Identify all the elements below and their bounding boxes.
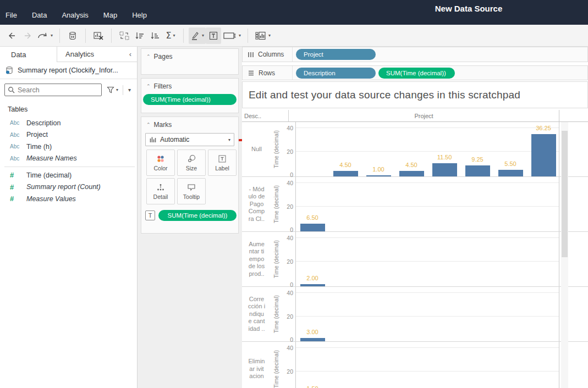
filter-icon[interactable]: [107, 86, 114, 93]
field-label: Project: [26, 131, 48, 138]
search-input[interactable]: [18, 86, 88, 94]
chart-row: Aumentar tiempode losprod..Time (decimal…: [242, 232, 588, 287]
tab-data[interactable]: Data: [0, 47, 57, 62]
menu-item-help[interactable]: Help: [132, 11, 147, 19]
forward-arrow-icon: [23, 31, 32, 41]
datasource-row[interactable]: Summary report (Clockify_Infor...: [0, 62, 137, 79]
row-label-line: acion: [249, 373, 263, 380]
columns-shelf[interactable]: Columns Project: [242, 47, 588, 62]
bar[interactable]: [366, 175, 391, 176]
fit-button[interactable]: ▾: [221, 27, 243, 44]
redo-button[interactable]: ▾: [35, 27, 54, 44]
highlight-button[interactable]: ▾: [189, 27, 206, 44]
menu-items: FileDataAnalysisMapHelp: [6, 11, 147, 19]
show-me-button[interactable]: ▾: [253, 27, 272, 44]
tab-analytics[interactable]: Analytics: [57, 47, 124, 62]
detail-button[interactable]: Detail: [146, 178, 175, 204]
field-row[interactable]: AbcMeasure Names: [0, 153, 137, 165]
bar[interactable]: [498, 170, 523, 176]
toolbar-separator: [248, 29, 248, 43]
chart-row: - Módulo dePagoCompra Cl..Time (decimal)…: [242, 177, 588, 232]
swap-axes-button[interactable]: [117, 27, 132, 44]
bar[interactable]: [531, 134, 556, 176]
filter-pill[interactable]: SUM(Time (decimal)): [143, 94, 237, 105]
bar-chart-icon: [149, 136, 157, 143]
sort-descending-button[interactable]: [147, 27, 163, 44]
mark-type-dropdown[interactable]: Automatic ▾: [145, 133, 234, 146]
forward-button[interactable]: [20, 27, 35, 44]
bar[interactable]: [432, 163, 457, 176]
dropdown-caret-icon: ▾: [239, 33, 241, 38]
marks-title-label: Marks: [154, 121, 172, 129]
shelf-pill[interactable]: SUM(Time (decimal)): [378, 68, 455, 79]
field-row[interactable]: #Time (decimal): [0, 169, 137, 181]
row-label-line: ntar ti: [249, 248, 265, 256]
sheet-title[interactable]: Edit and test your data source changes i…: [242, 81, 588, 108]
totals-button[interactable]: Σ ▾: [163, 27, 178, 44]
tooltip-button[interactable]: Tooltip: [177, 178, 206, 204]
columns-icon: [248, 51, 254, 58]
panel-menu-caret-icon[interactable]: ▾: [128, 87, 131, 93]
bar[interactable]: [333, 171, 358, 176]
field-row[interactable]: AbcProject: [0, 129, 137, 141]
axis-ticks: 02040: [281, 287, 295, 341]
mark-type-value: Automatic: [160, 136, 189, 143]
chart-pane: 4.501.004.5011.509.255.5036.25: [295, 122, 559, 176]
menu-item-file[interactable]: File: [6, 11, 17, 19]
gridline: [296, 182, 559, 183]
size-icon: [187, 154, 196, 163]
sort-ascending-icon: [134, 31, 145, 41]
vertical-scrollbar[interactable]: [561, 122, 568, 388]
field-row[interactable]: AbcTime (h): [0, 141, 137, 153]
text-label-button[interactable]: [206, 27, 221, 44]
axis-ticks: 02040: [281, 232, 295, 286]
collapse-chevron-icon[interactable]: ⌃: [146, 84, 151, 89]
filters-title-label: Filters: [154, 82, 172, 90]
shelf-pill[interactable]: Project: [296, 49, 376, 60]
sort-ascending-button[interactable]: [132, 27, 147, 44]
separator: [123, 85, 123, 95]
bar[interactable]: [300, 224, 325, 231]
dropdown-caret-icon: ▾: [268, 33, 271, 38]
collapse-chevron-icon[interactable]: ⌃: [146, 54, 151, 59]
datasource-button[interactable]: [65, 27, 80, 44]
field-row[interactable]: #Summary report (Count): [0, 181, 137, 193]
abc-icon: Abc: [10, 156, 26, 162]
tooltip-button-label: Tooltip: [183, 193, 200, 200]
menu-item-data[interactable]: Data: [32, 11, 47, 19]
abc-icon: Abc: [10, 120, 26, 126]
column-field-header: Project: [289, 110, 559, 121]
axis-title: Time (decimal): [271, 287, 281, 341]
rows-shelf[interactable]: Rows DescriptionSUM(Time (decimal)): [242, 65, 588, 80]
scrollbar-thumb[interactable]: [562, 131, 568, 257]
menu-item-analysis[interactable]: Analysis: [62, 11, 88, 19]
hash-icon: #: [10, 171, 26, 179]
back-button[interactable]: [4, 27, 20, 44]
marks-label-pill[interactable]: SUM(Time (decimal)): [158, 210, 237, 221]
clear-sheet-button[interactable]: [91, 27, 106, 44]
collapse-panel-icon[interactable]: ‹: [124, 47, 137, 62]
menu-item-map[interactable]: Map: [103, 11, 117, 19]
bar[interactable]: [300, 284, 325, 286]
bar-value-label: 1.50: [296, 385, 329, 388]
axis-tick-label: 40: [287, 180, 293, 186]
field-row[interactable]: AbcDescription: [0, 117, 137, 129]
row-label-line: e cant: [249, 318, 265, 325]
field-row[interactable]: #Measure Values: [0, 193, 137, 205]
size-button[interactable]: Size: [177, 149, 206, 176]
tableau-window: FileDataAnalysisMapHelp New Data Source …: [0, 0, 588, 388]
bar[interactable]: [465, 165, 490, 176]
collapse-chevron-icon[interactable]: ⌃: [146, 122, 151, 128]
axis-tick-label: 20: [287, 258, 293, 265]
shelf-pill[interactable]: Description: [296, 68, 376, 79]
label-button[interactable]: Label: [208, 149, 237, 176]
filter-caret-icon[interactable]: ▾: [116, 87, 118, 92]
field-label: Description: [26, 119, 61, 127]
axis-tick-label: 20: [287, 148, 293, 155]
bar[interactable]: [300, 338, 325, 341]
bar[interactable]: [399, 171, 424, 176]
axis-tick-label: 20: [287, 368, 293, 375]
color-button[interactable]: Color: [146, 149, 175, 176]
field-label: Time (decimal): [26, 171, 72, 179]
search-box[interactable]: [4, 84, 102, 96]
